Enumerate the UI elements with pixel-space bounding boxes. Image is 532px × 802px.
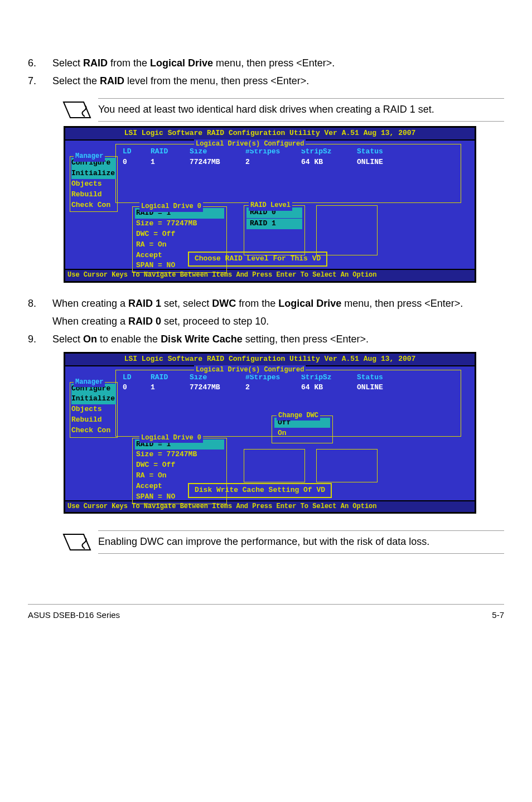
ld-item-ra[interactable]: RA = On bbox=[135, 471, 224, 481]
note-text: You need at least two identical hard dis… bbox=[98, 98, 504, 122]
page-footer: ASUS DSEB-D16 Series 5-7 bbox=[28, 604, 504, 632]
note-icon bbox=[61, 100, 93, 120]
step-number: 9. bbox=[28, 332, 52, 346]
note-2: Enabling DWC can improve the performance… bbox=[61, 530, 504, 554]
step-6: 6. Select RAID from the Logical Drive me… bbox=[28, 56, 504, 70]
menu-item-rebuild[interactable]: Rebuild bbox=[71, 415, 116, 426]
status-message: Choose RAID Level For This VD bbox=[188, 252, 327, 267]
step-text: Select RAID from the Logical Drive menu,… bbox=[52, 56, 504, 70]
dwc-opt-on[interactable]: On bbox=[274, 428, 330, 439]
step-number: 6. bbox=[28, 56, 52, 70]
table-row: 0 1 77247MB 2 64 KB ONLINE bbox=[119, 383, 457, 393]
menu-item-check[interactable]: Check Con bbox=[71, 426, 116, 436]
step-number: 7. bbox=[28, 74, 52, 88]
note-icon bbox=[61, 532, 93, 552]
table-row: 0 1 77247MB 2 64 KB ONLINE bbox=[119, 157, 457, 168]
step-text: Select On to enable the Disk Write Cache… bbox=[52, 332, 504, 346]
panel-logical-drives: Logical Drive(s) Configured LD RAID Size… bbox=[115, 144, 461, 203]
step-7: 7. Select the RAID level from the menu, … bbox=[28, 74, 504, 88]
menu-item-objects[interactable]: Objects bbox=[71, 404, 116, 415]
bios-footer: Use Cursor Keys To Navigate Between Item… bbox=[65, 500, 475, 512]
bios-screenshot-1: LSI Logic Software RAID Configuration Ut… bbox=[64, 126, 476, 282]
empty-panel bbox=[316, 449, 378, 482]
manager-menu[interactable]: Manager Configure Initialize Objects Reb… bbox=[70, 382, 118, 438]
menu-item-check[interactable]: Check Con bbox=[71, 200, 116, 211]
empty-panel bbox=[316, 205, 378, 255]
step-text: Select the RAID level from the menu, the… bbox=[52, 74, 504, 88]
menu-item-objects[interactable]: Objects bbox=[71, 179, 116, 190]
ld-item-dwc[interactable]: DWC = Off bbox=[135, 460, 224, 471]
note-text: Enabling DWC can improve the performance… bbox=[98, 530, 504, 554]
ld-item-ra[interactable]: RA = On bbox=[135, 240, 224, 250]
ld-item-size[interactable]: Size = 77247MB bbox=[135, 219, 224, 229]
menu-item-initialize[interactable]: Initialize bbox=[71, 394, 116, 404]
ld-item-dwc[interactable]: DWC = Off bbox=[135, 229, 224, 240]
bios-title: LSI Logic Software RAID Configuration Ut… bbox=[65, 354, 475, 366]
footer-page-number: 5-7 bbox=[492, 609, 504, 621]
bios-title: LSI Logic Software RAID Configuration Ut… bbox=[65, 128, 475, 141]
note-1: You need at least two identical hard dis… bbox=[61, 98, 504, 122]
step-number: 8. bbox=[28, 296, 52, 328]
footer-product: ASUS DSEB-D16 Series bbox=[28, 609, 120, 621]
step-8: 8. When creating a RAID 1 set, select DW… bbox=[28, 296, 504, 328]
step-text: When creating a RAID 1 set, select DWC f… bbox=[52, 296, 504, 328]
menu-item-initialize[interactable]: Initialize bbox=[71, 168, 116, 179]
change-dwc-menu[interactable]: Change DWC Off On bbox=[272, 416, 333, 443]
status-message: Disk Write Cache Setting Of VD bbox=[188, 483, 332, 498]
raid-opt-1[interactable]: RAID 1 bbox=[246, 219, 302, 229]
step-9: 9. Select On to enable the Disk Write Ca… bbox=[28, 332, 504, 346]
raid-level-menu[interactable]: RAID Level RAID 0 RAID 1 bbox=[244, 205, 305, 255]
menu-item-rebuild[interactable]: Rebuild bbox=[71, 190, 116, 200]
bios-screenshot-2: LSI Logic Software RAID Configuration Ut… bbox=[64, 352, 476, 514]
bios-footer: Use Cursor Keys To Navigate Between Item… bbox=[65, 269, 475, 281]
manager-menu[interactable]: Manager Configure Initialize Objects Reb… bbox=[70, 156, 118, 212]
empty-panel bbox=[244, 449, 305, 482]
ld-item-size[interactable]: Size = 77247MB bbox=[135, 450, 224, 460]
panel-legend: Logical Drive(s) Configured bbox=[194, 139, 306, 149]
